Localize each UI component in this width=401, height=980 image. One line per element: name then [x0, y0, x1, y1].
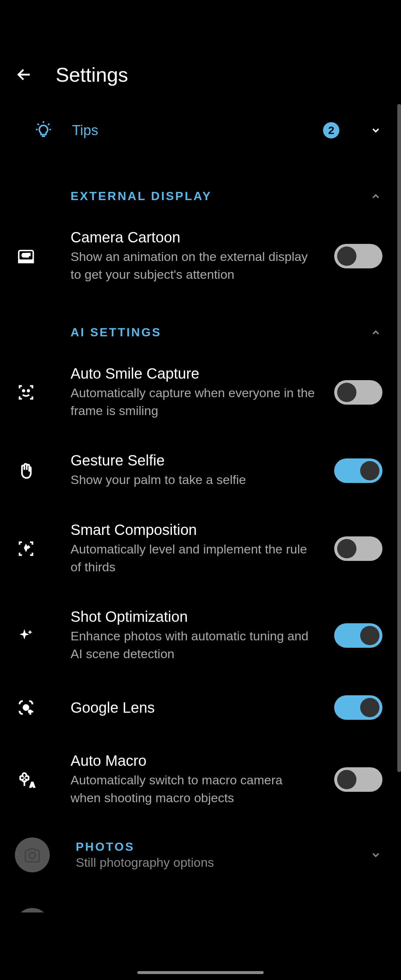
section-title: EXTERNAL DISPLAY: [70, 189, 358, 203]
setting-text: Shot Optimization Enhance photos with au…: [70, 608, 316, 663]
section-photos[interactable]: PHOTOS Still photography options: [0, 823, 401, 886]
svg-point-16: [29, 852, 36, 859]
lens-icon: [15, 697, 37, 719]
home-indicator[interactable]: [137, 971, 264, 974]
toggle-camera-cartoon[interactable]: [334, 244, 382, 268]
setting-title: Shot Optimization: [70, 608, 316, 625]
setting-text: Auto Macro Automatically switch to macro…: [70, 752, 316, 807]
toggle-auto-smile[interactable]: [334, 380, 382, 405]
collapsed-text: PHOTOS Still photography options: [76, 840, 339, 870]
setting-row-auto-macro: A Auto Macro Automatically switch to mac…: [0, 736, 401, 823]
setting-text: Camera Cartoon Show an animation on the …: [70, 229, 316, 283]
svg-text:A: A: [30, 781, 35, 789]
setting-title: Auto Smile Capture: [70, 365, 316, 382]
tips-badge: 2: [323, 122, 339, 138]
setting-row-gesture-selfie: Gesture Selfie Show your palm to take a …: [0, 436, 401, 505]
svg-rect-8: [19, 260, 33, 263]
setting-title: Smart Composition: [70, 522, 316, 538]
smile-capture-icon: [15, 381, 37, 404]
scrollbar[interactable]: [397, 104, 401, 772]
chevron-down-icon: [369, 124, 382, 137]
toggle-smart-composition[interactable]: [334, 536, 382, 561]
svg-point-12: [24, 705, 29, 710]
toggle-auto-macro[interactable]: [334, 767, 382, 792]
setting-desc: Automatically capture when everyone in t…: [70, 384, 316, 420]
setting-row-smart-composition: Smart Composition Automatically level an…: [0, 505, 401, 592]
setting-title: Google Lens: [70, 699, 316, 716]
macro-flower-icon: A: [15, 768, 37, 791]
svg-point-11: [27, 390, 29, 391]
setting-text: Gesture Selfie Show your palm to take a …: [70, 452, 316, 489]
palm-icon: [15, 460, 37, 482]
svg-text:GIF: GIF: [22, 253, 30, 258]
section-title: VIDEOS: [76, 908, 382, 912]
svg-line-3: [48, 124, 49, 125]
svg-line-2: [38, 124, 38, 125]
sparkle-icon: [15, 624, 37, 647]
section-header-ai-settings[interactable]: AI SETTINGS: [0, 299, 401, 349]
setting-row-google-lens: Google Lens: [0, 679, 401, 736]
videos-icon-wrap: [15, 908, 50, 912]
svg-point-10: [23, 390, 24, 391]
setting-desc: Enhance photos with automatic tuning and…: [70, 627, 316, 663]
setting-text: Smart Composition Automatically level an…: [70, 522, 316, 576]
page-title: Settings: [56, 63, 128, 86]
back-button[interactable]: [15, 65, 33, 84]
setting-row-camera-cartoon: GIF Camera Cartoon Show an animation on …: [0, 213, 401, 299]
tips-row[interactable]: Tips 2: [0, 97, 401, 163]
setting-title: Auto Macro: [70, 752, 316, 769]
svg-point-13: [29, 711, 32, 713]
setting-row-auto-smile: Auto Smile Capture Automatically capture…: [0, 349, 401, 436]
tips-label: Tips: [72, 123, 304, 138]
chevron-up-icon: [369, 326, 382, 339]
camera-icon: [23, 846, 41, 864]
section-title: PHOTOS: [76, 840, 339, 854]
toggle-google-lens[interactable]: [334, 695, 382, 720]
setting-desc: Show an animation on the external displa…: [70, 248, 316, 283]
arrow-left-icon: [16, 66, 33, 83]
setting-text: Google Lens: [70, 699, 316, 716]
composition-icon: [15, 538, 37, 560]
section-desc: Still photography options: [76, 855, 339, 870]
section-title: AI SETTINGS: [70, 326, 358, 339]
lightbulb-icon: [33, 119, 54, 141]
setting-text: Auto Smile Capture Automatically capture…: [70, 365, 316, 420]
gif-icon: GIF: [15, 245, 37, 267]
setting-row-shot-optimization: Shot Optimization Enhance photos with au…: [0, 592, 401, 679]
chevron-up-icon: [369, 190, 382, 203]
photos-icon-wrap: [15, 837, 50, 872]
section-header-external-display[interactable]: EXTERNAL DISPLAY: [0, 163, 401, 213]
section-videos[interactable]: VIDEOS: [0, 886, 401, 912]
chevron-down-icon: [369, 848, 382, 862]
setting-desc: Automatically level and implement the ru…: [70, 541, 316, 576]
setting-title: Camera Cartoon: [70, 229, 316, 246]
header: Settings: [0, 0, 401, 97]
toggle-shot-optimization[interactable]: [334, 623, 382, 648]
setting-desc: Automatically switch to macro camera whe…: [70, 772, 316, 807]
setting-title: Gesture Selfie: [70, 452, 316, 469]
setting-desc: Show your palm to take a selfie: [70, 471, 316, 489]
toggle-gesture-selfie[interactable]: [334, 458, 382, 483]
